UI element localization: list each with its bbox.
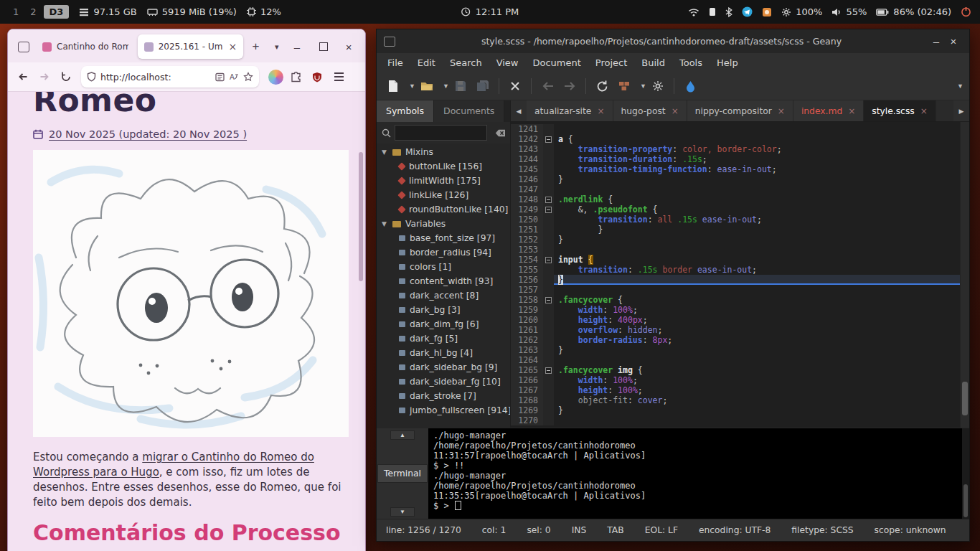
browser-tab[interactable]: Cantinho do Romeo <box>36 34 135 59</box>
fold-margin[interactable] <box>543 295 554 305</box>
menu-view[interactable]: View <box>490 55 525 70</box>
workspace-d3[interactable]: D3 <box>44 5 70 19</box>
code-line[interactable]: 1257 <box>511 285 969 295</box>
fold-margin[interactable] <box>543 134 554 144</box>
minimize-button[interactable]: – <box>289 38 305 55</box>
code-line[interactable]: 1265.fancycover img { <box>511 365 969 375</box>
terminal-scrollbar-thumb[interactable] <box>963 484 968 517</box>
fold-collapse-icon[interactable] <box>545 207 552 213</box>
code-line[interactable]: 1267 height: 100%; <box>511 385 969 395</box>
code-line[interactable]: 1248.nerdlink { <box>511 194 969 204</box>
bluetooth-icon[interactable] <box>725 7 732 17</box>
tab-close-icon[interactable]: × <box>920 106 928 116</box>
code-line[interactable]: 1250 transition: all .15s ease-in-out; <box>511 215 969 225</box>
code-editor[interactable]: 12411242a {1243 transition-property: col… <box>511 122 969 428</box>
symbol-item[interactable]: buttonLike [156] <box>377 159 510 174</box>
close-button[interactable]: × <box>341 38 357 55</box>
ublock-icon[interactable] <box>307 67 327 87</box>
code-line[interactable]: 1269} <box>511 405 969 415</box>
symbol-item[interactable]: base_font_size [97] <box>377 231 510 245</box>
fold-margin[interactable] <box>543 365 554 375</box>
back-button[interactable] <box>13 67 33 87</box>
reload-button[interactable] <box>56 67 76 87</box>
symbol-item[interactable]: dark_sidebar_bg [9] <box>377 360 510 375</box>
tab-close-icon[interactable]: × <box>229 42 237 52</box>
volume-indicator[interactable]: 55% <box>831 6 867 17</box>
geany-titlebar[interactable]: style.scss - /home/rapoelho/Projetos/can… <box>377 29 969 53</box>
editor-scrollbar[interactable] <box>960 122 969 428</box>
nav-forward-button[interactable] <box>559 75 580 97</box>
terminal-scrollbar[interactable] <box>962 428 969 519</box>
new-file-button[interactable] <box>382 75 404 97</box>
tab-close-icon[interactable]: × <box>597 106 604 116</box>
symbol-item[interactable]: jumbo_fullscreen [914] <box>377 403 510 418</box>
menu-icon[interactable] <box>329 67 349 87</box>
symbol-item[interactable]: linkLike [126] <box>377 188 510 202</box>
code-line[interactable]: 1263} <box>511 345 969 355</box>
code-line[interactable]: 1268 object-fit: cover; <box>511 395 969 405</box>
fold-margin[interactable] <box>543 194 554 204</box>
build-dropdown-icon[interactable]: ▼ <box>636 75 646 97</box>
page-scrollbar[interactable] <box>358 95 364 551</box>
editor-tab[interactable]: index.md× <box>793 100 864 121</box>
new-file-dropdown-icon[interactable]: ▼ <box>405 75 415 97</box>
tray-app-icon[interactable] <box>762 7 772 17</box>
geany-close-button[interactable]: × <box>945 33 962 50</box>
clear-search-icon[interactable] <box>491 126 505 140</box>
fold-collapse-icon[interactable] <box>545 136 552 143</box>
symbol-item[interactable]: dark_bg [3] <box>377 303 510 317</box>
sidebar-tab-symbols[interactable]: Symbols <box>377 100 434 122</box>
symbol-search-input[interactable] <box>395 125 487 141</box>
symbol-item[interactable]: colors [1] <box>377 260 510 274</box>
tab-scroll-right-icon[interactable]: ▶ <box>953 100 969 121</box>
wifi-icon[interactable] <box>688 8 699 17</box>
workspace-2[interactable]: 2 <box>26 5 40 19</box>
bookmark-star-icon[interactable] <box>243 72 253 82</box>
toolbar-overflow-icon[interactable]: ▼ <box>953 75 963 97</box>
save-button[interactable] <box>450 75 471 97</box>
open-file-dropdown-icon[interactable]: ▼ <box>438 75 449 97</box>
close-file-button[interactable] <box>504 75 526 97</box>
terminal[interactable]: ./hugo-manager/home/rapoelho/Projetos/ca… <box>428 428 969 519</box>
reader-view-icon[interactable] <box>215 72 225 82</box>
code-line[interactable]: 1260 height: 400px; <box>511 315 969 325</box>
code-line[interactable]: 1242a { <box>511 134 969 144</box>
tab-close-icon[interactable]: × <box>848 106 855 116</box>
code-line[interactable]: 1252} <box>511 235 969 245</box>
editor-scrollbar-thumb[interactable] <box>962 382 968 415</box>
new-tab-button[interactable]: + <box>247 37 264 56</box>
editor-tab[interactable]: hugo-post× <box>613 100 687 121</box>
code-line[interactable]: 1244 transition-duration: .15s; <box>511 154 969 164</box>
extensions-icon[interactable] <box>286 67 306 87</box>
fold-margin[interactable] <box>543 204 554 215</box>
menu-document[interactable]: Document <box>526 55 587 70</box>
symbol-item[interactable]: dark_dim_fg [6] <box>377 317 510 331</box>
code-line[interactable]: 1262 border-radius: 8px; <box>511 335 969 345</box>
code-line[interactable]: 1241 <box>511 124 969 134</box>
symbol-item[interactable]: dark_hl_bg [4] <box>377 346 510 360</box>
color-chooser-button[interactable] <box>679 75 701 97</box>
code-line[interactable]: 1256} <box>511 275 969 285</box>
code-line[interactable]: 1259 width: 100%; <box>511 305 969 315</box>
forward-button[interactable] <box>34 67 55 87</box>
code-line[interactable]: 1266 width: 100%; <box>511 375 969 385</box>
symbol-item[interactable]: dark_accent [8] <box>377 288 510 303</box>
symbol-item[interactable]: dark_fg [5] <box>377 331 510 346</box>
restore-button[interactable] <box>315 38 331 55</box>
translate-icon[interactable]: A <box>229 72 239 82</box>
menu-help[interactable]: Help <box>710 55 745 70</box>
browser-tab[interactable]: 2025.161 - Um Re× <box>138 34 244 59</box>
symbol-item[interactable]: content_width [93] <box>377 274 510 288</box>
code-line[interactable]: 1255 transition: .15s border ease-in-out… <box>511 265 969 275</box>
symbol-item[interactable]: dark_sidebar_fg [10] <box>377 375 510 389</box>
editor-tab[interactable]: atualizar-site× <box>527 100 613 121</box>
power-icon[interactable] <box>961 6 971 17</box>
url-bar[interactable]: http://localhost: A <box>81 66 259 88</box>
code-line[interactable]: 1270 <box>511 415 969 425</box>
menu-search[interactable]: Search <box>443 55 489 70</box>
expander-icon[interactable]: ▼ <box>382 149 388 156</box>
open-file-button[interactable] <box>416 75 438 97</box>
shield-icon[interactable] <box>87 72 96 82</box>
sidebar-tab-documents[interactable]: Documents <box>434 100 504 122</box>
compile-button[interactable] <box>591 75 613 97</box>
